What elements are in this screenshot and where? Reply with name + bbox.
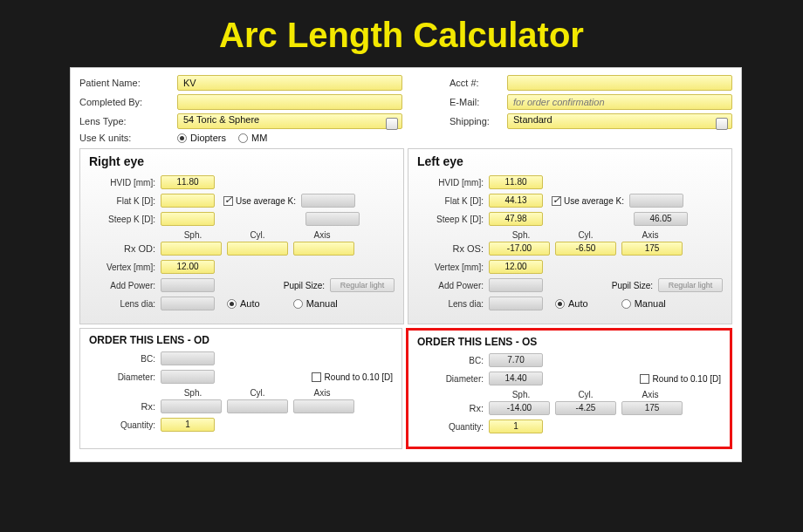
os-rx-label: Rx OS: bbox=[417, 243, 489, 254]
radio-icon bbox=[238, 133, 248, 143]
lens-type-select[interactable]: 54 Toric & Sphere bbox=[177, 113, 402, 129]
od-avgk-output bbox=[301, 194, 355, 208]
od-addpower-input[interactable] bbox=[161, 278, 215, 292]
order-os-title: ORDER THIS LENS - OS bbox=[417, 336, 721, 348]
k-units-diopters-radio[interactable]: Diopters bbox=[177, 133, 226, 143]
os-order-axis-header: Axis bbox=[618, 390, 683, 399]
od-hvid-input[interactable]: 11.80 bbox=[161, 175, 215, 189]
radio-icon bbox=[621, 299, 631, 309]
os-order-sph-output: -14.00 bbox=[489, 401, 550, 415]
os-lensdia-auto-radio[interactable]: Auto bbox=[555, 298, 588, 309]
od-lensdia-input[interactable] bbox=[161, 297, 215, 310]
od-round-checkbox[interactable]: Round to 0.10 [D] bbox=[312, 372, 393, 382]
od-order-qty-input[interactable]: 1 bbox=[161, 418, 215, 432]
od-steepk-label: Steep K [D]: bbox=[89, 215, 161, 224]
os-order-sph-header: Sph. bbox=[489, 390, 553, 399]
od-lensdia-label: Lens dia: bbox=[89, 299, 161, 309]
od-pupil-size-button[interactable]: Regular light bbox=[330, 278, 395, 292]
od-order-axis-header: Axis bbox=[290, 388, 354, 398]
os-round-checkbox[interactable]: Round to 0.10 [D] bbox=[640, 374, 721, 384]
os-pupil-label: Pupil Size: bbox=[543, 281, 658, 290]
os-hvid-input[interactable]: 11.80 bbox=[489, 175, 543, 189]
os-cyl-header: Cyl. bbox=[553, 230, 618, 240]
os-rx-axis-input[interactable]: 175 bbox=[621, 242, 683, 256]
od-order-bc-label: BC: bbox=[89, 354, 161, 364]
os-order-rx-label: Rx: bbox=[417, 403, 489, 413]
order-od-panel: ORDER THIS LENS - OD BC: Diameter:Round … bbox=[79, 328, 402, 449]
os-order-cyl-output: -4.25 bbox=[555, 401, 616, 415]
right-eye-panel: Right eye HVID [mm]:11.80 Flat K [D]:Use… bbox=[79, 148, 404, 324]
os-order-qty-input[interactable]: 1 bbox=[489, 419, 543, 433]
od-pupil-label: Pupil Size: bbox=[215, 281, 330, 290]
od-order-sph-output bbox=[161, 399, 222, 413]
k-units-mm-radio[interactable]: MM bbox=[238, 133, 267, 143]
patient-name-input[interactable]: KV bbox=[177, 75, 402, 91]
od-order-bc-output bbox=[161, 351, 215, 365]
os-order-dia-label: Diameter: bbox=[417, 374, 489, 384]
os-order-cyl-header: Cyl. bbox=[553, 390, 618, 399]
os-use-avg-k-checkbox[interactable]: Use average K: bbox=[552, 196, 624, 206]
os-avgk-output bbox=[629, 194, 683, 208]
od-steepk-input[interactable] bbox=[161, 212, 215, 226]
od-vertex-input[interactable]: 12.00 bbox=[161, 260, 215, 274]
completed-by-label: Completed By: bbox=[79, 97, 177, 107]
page-title: Arc Length Calculator bbox=[0, 0, 803, 67]
od-cyl-header: Cyl. bbox=[225, 230, 290, 240]
os-lensdia-manual-radio[interactable]: Manual bbox=[621, 298, 666, 309]
checkbox-icon bbox=[223, 196, 233, 206]
chevron-down-icon bbox=[390, 120, 395, 125]
od-flatk-label: Flat K [D]: bbox=[89, 196, 161, 206]
os-sph-header: Sph. bbox=[489, 230, 553, 240]
od-rx-axis-input[interactable] bbox=[293, 242, 354, 256]
od-lensdia-auto-radio[interactable]: Auto bbox=[227, 298, 260, 309]
od-order-cyl-header: Cyl. bbox=[225, 388, 290, 398]
od-rx-sph-input[interactable] bbox=[161, 242, 222, 256]
checkbox-icon bbox=[312, 372, 321, 382]
os-addpower-input[interactable] bbox=[489, 278, 543, 292]
radio-icon bbox=[177, 133, 187, 143]
od-sph-header: Sph. bbox=[161, 230, 225, 240]
os-pupil-size-button[interactable]: Regular light bbox=[658, 278, 723, 292]
radio-icon bbox=[293, 299, 303, 309]
od-rx-label: Rx OD: bbox=[89, 243, 161, 254]
os-order-bc-output: 7.70 bbox=[489, 353, 543, 367]
od-addpower-label: Add Power: bbox=[89, 281, 161, 290]
os-vertex-input[interactable]: 12.00 bbox=[489, 260, 543, 274]
os-steepk-input[interactable]: 47.98 bbox=[489, 212, 543, 226]
os-lensdia-input[interactable] bbox=[489, 297, 543, 310]
od-order-rx-label: Rx: bbox=[89, 401, 161, 412]
os-vertex-label: Vertex [mm]: bbox=[417, 263, 489, 272]
od-flatk-input[interactable] bbox=[161, 194, 215, 208]
od-use-avg-k-checkbox[interactable]: Use average K: bbox=[223, 196, 296, 206]
os-rx-sph-input[interactable]: -17.00 bbox=[489, 242, 550, 256]
os-order-dia-output: 14.40 bbox=[489, 372, 543, 385]
left-eye-title: Left eye bbox=[417, 154, 723, 168]
od-steepk2-output bbox=[305, 212, 360, 226]
od-hvid-label: HVID [mm]: bbox=[89, 178, 161, 188]
order-od-title: ORDER THIS LENS - OD bbox=[89, 334, 393, 346]
od-rx-cyl-input[interactable] bbox=[227, 242, 288, 256]
right-eye-title: Right eye bbox=[89, 154, 395, 168]
completed-by-input[interactable] bbox=[177, 94, 402, 110]
shipping-label: Shipping: bbox=[450, 116, 507, 126]
os-flatk-input[interactable]: 44.13 bbox=[489, 194, 543, 208]
os-steepk-label: Steep K [D]: bbox=[417, 215, 489, 224]
email-input[interactable]: for order confirmation bbox=[507, 94, 732, 110]
od-axis-header: Axis bbox=[290, 230, 354, 240]
left-eye-panel: Left eye HVID [mm]:11.80 Flat K [D]:44.1… bbox=[408, 148, 732, 324]
od-order-dia-label: Diameter: bbox=[89, 372, 161, 382]
od-lensdia-manual-radio[interactable]: Manual bbox=[293, 298, 338, 309]
od-order-sph-header: Sph. bbox=[161, 388, 225, 398]
use-k-label: Use K units: bbox=[79, 133, 177, 143]
os-order-axis-output: 175 bbox=[621, 401, 683, 415]
os-hvid-label: HVID [mm]: bbox=[417, 178, 489, 188]
od-order-dia-output bbox=[161, 370, 215, 384]
shipping-select[interactable]: Standard bbox=[507, 113, 732, 129]
os-steepk2-output: 46.05 bbox=[634, 212, 688, 226]
od-order-axis-output bbox=[293, 399, 354, 413]
acct-input[interactable] bbox=[507, 75, 732, 91]
od-order-qty-label: Quantity: bbox=[89, 420, 161, 430]
os-lensdia-label: Lens dia: bbox=[417, 299, 489, 309]
od-vertex-label: Vertex [mm]: bbox=[89, 263, 161, 272]
os-rx-cyl-input[interactable]: -6.50 bbox=[555, 242, 616, 256]
